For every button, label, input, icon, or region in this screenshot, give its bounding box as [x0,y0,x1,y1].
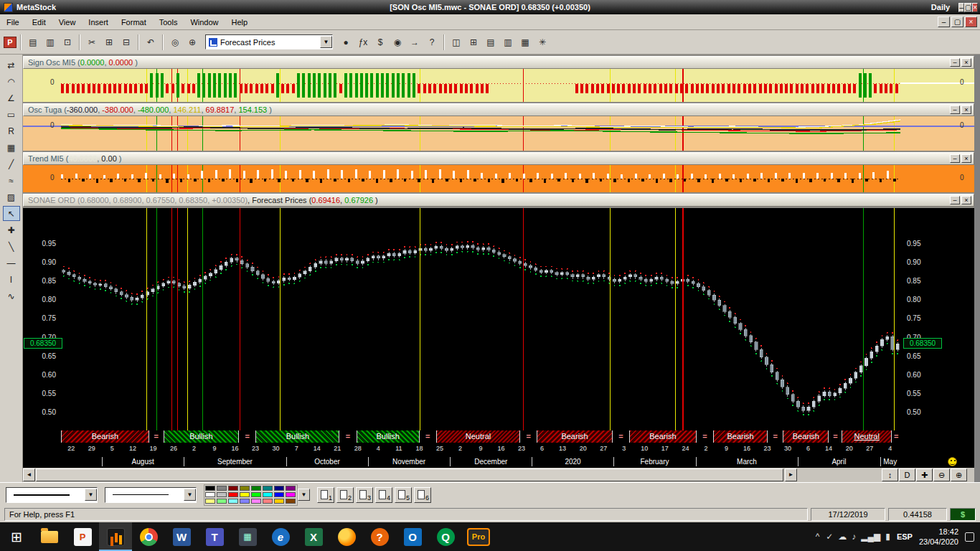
trendline-tool[interactable]: ╱ [3,156,20,171]
line-style-dropdown[interactable]: ▼ [105,487,197,503]
paste-icon[interactable]: ⊟ [118,35,134,50]
palette-color[interactable] [217,486,227,491]
vertical-line-tool[interactable]: I [3,272,20,287]
palette-color[interactable] [274,499,284,504]
copy-icon[interactable]: ⊞ [101,35,117,50]
restore-button[interactable]: ▢ [964,3,972,12]
palette-color[interactable] [274,486,284,491]
battery-icon[interactable]: ▮ [885,532,890,542]
pro-app-icon[interactable]: Pro [462,522,495,551]
palette-color[interactable] [228,499,238,504]
palette-color[interactable] [251,486,261,491]
help-app-icon[interactable]: ? [363,522,396,551]
volume-icon[interactable]: ♪ [852,532,856,542]
panel-close-button[interactable]: × [961,105,971,114]
print-icon[interactable]: ▥ [42,35,58,50]
edge-icon[interactable]: e [264,522,297,551]
taskbar-clock[interactable]: 18:42 23/04/2020 [919,527,958,547]
trend-panel-header[interactable]: Trend MI5 (40.0000, 0.00 ) –× [23,152,974,165]
crosshair-icon[interactable]: ◎ [167,35,183,50]
regression-tool[interactable]: R [3,123,20,138]
close-button[interactable]: × [972,3,978,12]
layout-rows-icon[interactable]: ▤ [483,35,499,50]
arc-tool[interactable]: ◠ [3,74,20,89]
smiley-icon[interactable] [948,457,957,466]
forecast-prices-dropdown[interactable]: Forecast Prices ▼ [205,34,333,50]
chrome-icon[interactable] [132,522,165,551]
restore-button[interactable]: ▢ [951,17,963,27]
vertical-scale-button[interactable]: ↕ [882,468,898,481]
menu-tools[interactable]: Tools [153,16,184,29]
tray-expand-icon[interactable]: ^ [816,532,820,542]
horizontal-line-tool[interactable]: — [3,255,20,270]
calculator-icon[interactable]: ▦ [231,522,264,551]
firefox-icon[interactable] [330,522,363,551]
palette-color[interactable] [286,486,296,491]
indicator-globe-icon[interactable]: ● [338,35,354,50]
panel-close-button[interactable]: × [961,196,971,204]
pattern-fill-tool[interactable]: ▨ [3,189,20,204]
network-signal-icon[interactable]: ▂▄▆ [861,532,880,542]
undo-icon[interactable]: ↶ [143,35,159,50]
close-button[interactable]: × [965,17,977,27]
price-plot[interactable]: 0.68350 0.68350 0.950.950.900.900.850.85… [23,208,974,430]
print-preview-icon[interactable]: ⊡ [60,35,75,50]
palette-color[interactable] [251,499,261,504]
palette-color[interactable] [263,499,273,504]
palette-color[interactable] [240,492,250,497]
outlook-icon[interactable]: O [396,522,429,551]
qlik-icon[interactable]: Q [429,522,462,551]
palette-color[interactable] [240,486,250,491]
palette-color[interactable] [217,492,227,497]
move-chart-button[interactable]: ✚ [916,468,933,481]
explorer-icon[interactable]: ◉ [390,35,405,50]
dollar-icon[interactable]: $ [372,35,388,50]
palette-color[interactable] [263,486,273,491]
select-arrow-tool[interactable]: ↖ [3,206,20,221]
action-center-icon[interactable] [965,532,974,542]
text-note-tool[interactable]: ▭ [3,107,20,122]
metastock-app-icon[interactable] [99,522,132,551]
palette-color[interactable] [251,492,261,497]
price-panel-header[interactable]: SONAE ORD (0.68000, 0.68900, 0.67550, 0.… [23,194,974,207]
cross-tool[interactable]: ✚ [3,222,20,237]
palette-color[interactable] [217,499,227,504]
palette-arrow-icon[interactable]: ▼ [298,489,310,501]
options-gear-icon[interactable]: ✳ [534,35,550,50]
palette-color[interactable] [286,492,296,497]
palette-color[interactable] [228,486,238,491]
layout-page-button-4[interactable]: 4 [375,487,392,503]
menu-insert[interactable]: Insert [82,16,115,29]
function-icon[interactable]: ƒx [355,35,371,50]
osc-tuga-panel-header[interactable]: Osc Tuga (-360.000, -380.000, -480.000, … [23,103,974,116]
layout-cascade-icon[interactable]: ◫ [448,35,464,50]
panel-minimize-button[interactable]: – [950,58,960,67]
scroll-left-arrow[interactable]: ◄ [23,468,35,481]
panel-minimize-button[interactable]: – [950,105,960,114]
palette-color[interactable] [274,492,284,497]
zoom-in-button[interactable]: ⊕ [951,468,967,481]
dropdown-arrow-icon[interactable]: ▼ [85,489,97,501]
layout-page-button-6[interactable]: 6 [414,487,431,503]
palette-color[interactable] [205,499,215,504]
dropdown-arrow-icon[interactable]: ▼ [320,36,332,48]
pointer-arrows-tool[interactable]: ⇄ [3,57,20,72]
periodicity-label[interactable]: Daily [931,3,950,11]
layout-page-button-1[interactable]: 1 [317,487,334,503]
dropdown-arrow-icon[interactable]: ▼ [184,489,196,501]
layout-columns-icon[interactable]: ▥ [500,35,516,50]
excel-icon[interactable]: X [297,522,330,551]
zoom-out-button[interactable]: ⊖ [933,468,950,481]
start-button[interactable]: ⊞ [0,522,33,551]
downtrend-tool[interactable]: ╲ [3,239,20,254]
palette-color[interactable] [286,499,296,504]
scroll-right-arrow[interactable]: ► [785,468,797,481]
power-console-icon[interactable]: P [4,37,17,48]
menu-file[interactable]: File [0,16,26,29]
minimize-button[interactable]: – [938,17,950,27]
line-weight-dropdown[interactable]: ▼ [6,487,98,503]
osc-tuga-plot[interactable]: 00 [23,116,974,151]
menu-view[interactable]: View [52,16,83,29]
keyboard-language[interactable]: ESP [897,532,913,541]
menu-edit[interactable]: Edit [26,16,52,29]
